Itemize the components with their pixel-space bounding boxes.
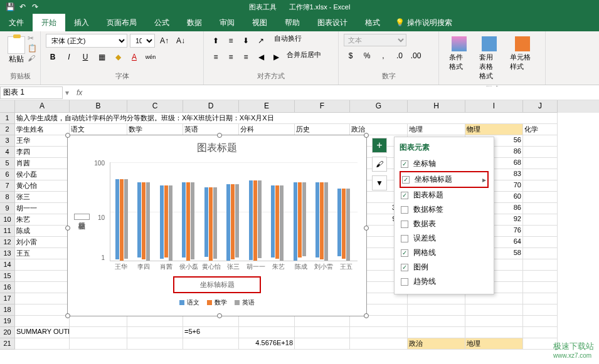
cell[interactable]: 侯小磊	[15, 169, 70, 180]
cell[interactable]	[523, 135, 558, 147]
decrease-font-icon[interactable]: A↓	[174, 34, 188, 48]
cell[interactable]	[523, 338, 558, 350]
cell[interactable]: 语文	[70, 124, 127, 135]
cell[interactable]: 物理	[465, 124, 523, 135]
italic-button[interactable]: I	[62, 50, 76, 64]
checkbox-icon[interactable]	[401, 221, 408, 228]
cell[interactable]: 黄心怡	[15, 180, 70, 192]
phonetic-button[interactable]: wén	[144, 50, 157, 64]
cell[interactable]	[523, 237, 558, 248]
redo-icon[interactable]: ↷	[30, 2, 40, 12]
row-header[interactable]: 13	[0, 248, 15, 259]
chart-bar[interactable]	[320, 182, 324, 259]
cell[interactable]	[15, 271, 70, 282]
chart-legend[interactable]: 语文 数学 英语	[74, 296, 360, 309]
fx-icon[interactable]: fx	[72, 88, 87, 97]
chart-bar[interactable]	[142, 182, 146, 259]
cell[interactable]: 数学	[127, 124, 183, 135]
chart-bar[interactable]	[253, 180, 257, 261]
resize-handle[interactable]	[65, 133, 70, 138]
cell[interactable]	[15, 304, 70, 316]
cell[interactable]	[408, 316, 465, 327]
cell[interactable]	[523, 147, 558, 158]
column-header[interactable]: D	[183, 100, 239, 113]
chart-bar[interactable]	[249, 180, 253, 261]
row-header[interactable]: 12	[0, 237, 15, 248]
checkbox-icon[interactable]	[401, 235, 408, 242]
row-header[interactable]: 18	[0, 304, 15, 316]
row-header[interactable]: 3	[0, 135, 15, 147]
sheet-grid[interactable]: ABCDEFGHIJ 1输入学生成绩，自动统计学科的平均分等数据。班级：X年X班…	[0, 100, 599, 350]
cell[interactable]	[523, 293, 558, 304]
cell[interactable]: 陈成	[15, 226, 70, 237]
column-header[interactable]: A	[15, 100, 70, 113]
cell[interactable]: 政治	[408, 338, 465, 350]
font-name-select[interactable]: 宋体 (正文)	[46, 34, 127, 48]
chart-bar[interactable]	[280, 185, 284, 261]
checkbox-icon[interactable]: ✓	[402, 176, 410, 184]
cell[interactable]: 张三	[15, 192, 70, 203]
chart-bar[interactable]	[337, 189, 341, 256]
chart-bar[interactable]	[315, 182, 319, 257]
chart-bar[interactable]	[235, 184, 239, 257]
cell[interactable]: 王五	[15, 248, 70, 259]
cell[interactable]	[15, 282, 70, 293]
format-painter-icon[interactable]: 🖌	[28, 54, 37, 63]
embedded-chart[interactable]: 图表标题 坐标轴标题 100 10 1 王华李四肖茜侯小磊黄心怡张三胡一一朱艺陈…	[67, 135, 367, 316]
chart-element-option[interactable]: 数据标签	[400, 202, 489, 217]
chart-element-option[interactable]: ✓坐标轴标题▸	[400, 171, 489, 188]
cell[interactable]	[523, 180, 558, 192]
chart-bar[interactable]	[275, 185, 279, 259]
tab-data[interactable]: 数据	[178, 14, 211, 31]
cell[interactable]: 英语	[183, 124, 239, 135]
conditional-format-button[interactable]: 条件格式	[444, 34, 474, 83]
cell[interactable]	[295, 316, 350, 327]
wrap-text-button[interactable]: 自动换行	[274, 34, 302, 48]
cell[interactable]: 学生姓名	[15, 124, 70, 135]
chart-bar[interactable]	[231, 184, 235, 259]
chart-elements-button[interactable]: +	[372, 138, 387, 153]
cell[interactable]: 分科	[239, 124, 295, 135]
chart-element-option[interactable]: 趋势线	[400, 274, 489, 289]
checkbox-icon[interactable]	[401, 206, 408, 214]
cell[interactable]: 李四	[15, 147, 70, 158]
cut-icon[interactable]: ✂	[28, 34, 37, 43]
cell[interactable]: 胡一一	[15, 203, 70, 214]
chart-bar[interactable]	[182, 182, 186, 257]
chart-element-option[interactable]: ✓坐标轴	[400, 157, 489, 171]
tab-help[interactable]: 帮助	[276, 14, 309, 31]
chart-element-option[interactable]: ✓图例	[400, 260, 489, 274]
cell[interactable]: 肖茜	[15, 158, 70, 169]
row-header[interactable]: 6	[0, 169, 15, 180]
cell-styles-button[interactable]: 单元格样式	[505, 34, 540, 83]
chart-element-option[interactable]: 误差线	[400, 231, 489, 246]
chart-bar[interactable]	[115, 179, 119, 259]
cell[interactable]: 地理	[465, 338, 523, 350]
x-axis-title[interactable]: 坐标轴标题	[173, 276, 261, 293]
increase-font-icon[interactable]: A↑	[157, 34, 171, 48]
cell[interactable]	[183, 338, 239, 350]
chart-bar[interactable]	[298, 182, 302, 257]
resize-handle[interactable]	[65, 226, 70, 231]
cell[interactable]	[523, 282, 558, 293]
checkbox-icon[interactable]: ✓	[401, 160, 408, 168]
table-format-button[interactable]: 套用 表格格式	[474, 34, 504, 83]
border-button[interactable]: ▦	[95, 50, 109, 64]
chart-filters-button[interactable]: ▼	[372, 175, 387, 190]
paste-button[interactable]: 粘贴	[5, 34, 28, 67]
cell[interactable]	[523, 248, 558, 259]
cell[interactable]	[350, 327, 408, 338]
cell[interactable]	[350, 316, 408, 327]
row-header[interactable]: 9	[0, 203, 15, 214]
orientation-icon[interactable]: ↗	[254, 34, 268, 48]
chart-bar[interactable]	[146, 182, 150, 261]
column-header[interactable]: G	[350, 100, 408, 113]
cell[interactable]: 地理	[408, 124, 465, 135]
bold-button[interactable]: B	[46, 50, 60, 64]
chart-element-option[interactable]: ✓网格线	[400, 246, 489, 260]
align-middle-icon[interactable]: ≡	[224, 34, 238, 48]
save-icon[interactable]: 💾	[5, 2, 15, 12]
tab-chart-design[interactable]: 图表设计	[309, 14, 356, 31]
chart-bar[interactable]	[271, 185, 275, 257]
underline-button[interactable]: U	[78, 50, 92, 64]
